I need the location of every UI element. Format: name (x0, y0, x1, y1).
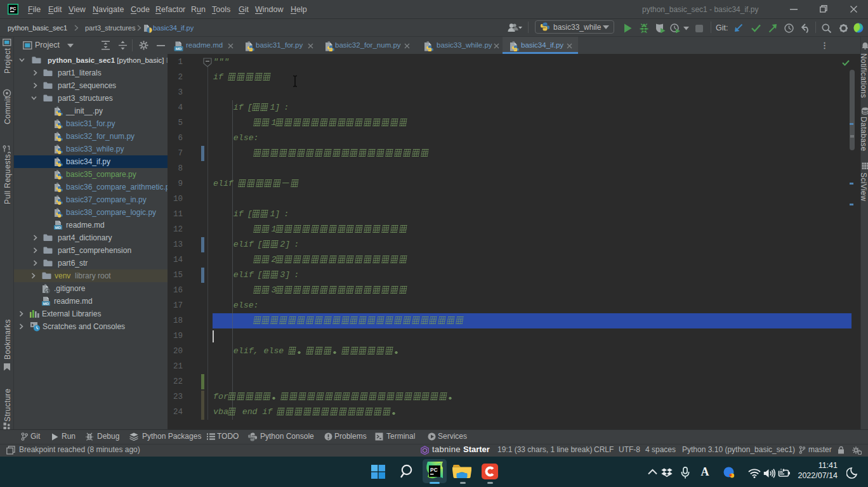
svg-text:PC: PC (10, 6, 16, 11)
svg-text:MD: MD (43, 302, 49, 306)
svg-text:MD: MD (55, 226, 62, 230)
svg-text:MD: MD (176, 46, 182, 51)
svg-text:PC: PC (430, 467, 438, 473)
